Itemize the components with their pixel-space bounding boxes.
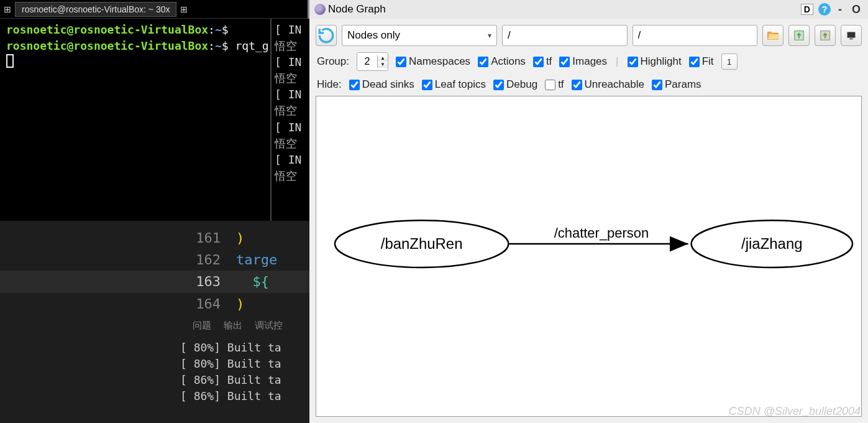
debug-checkbox[interactable]: Debug [493,78,537,91]
log-line: [ IN [275,119,309,136]
titlebar[interactable]: Node Graph D ? - O [309,0,868,19]
minimize-button[interactable]: - [836,3,844,16]
terminal-body[interactable]: rosnoetic@rosnoetic-VirtualBox:~$ rosnoe… [0,19,308,75]
dock-button[interactable]: D [801,4,813,15]
filter-row-2: Hide: Dead sinks Leaf topics Debug tf Un… [309,76,868,96]
checkbox[interactable] [652,80,662,90]
checkbox[interactable] [559,57,570,67]
checkbox[interactable] [628,57,638,67]
restore-button[interactable]: O [849,3,863,16]
hide-tf-checkbox[interactable]: tf [545,78,564,91]
unreachable-checkbox[interactable]: Unreachable [572,78,644,91]
checkbox[interactable] [493,80,504,90]
panel-tab-output[interactable]: 输出 [224,320,242,332]
spinner-up[interactable]: ▲ [378,55,388,62]
namespaces-checkbox[interactable]: Namespaces [396,55,470,68]
log-line: 悟空 [275,38,309,54]
params-checkbox[interactable]: Params [652,78,701,91]
editor-line[interactable]: 164 ) [0,293,309,315]
help-icon[interactable]: ? [818,3,831,16]
filter-row-1: Group: ▲ ▼ Namespaces Actions tf Images … [309,50,868,76]
highlight-checkbox[interactable]: Highlight [628,55,682,68]
editor-line[interactable]: 161 ) [0,227,309,249]
checkbox[interactable] [572,80,582,90]
line-number: 162 [0,249,236,271]
tf-checkbox[interactable]: tf [533,55,552,68]
checkbox-label: Unreachable [585,78,644,91]
checkbox[interactable] [349,80,360,90]
svg-rect-2 [847,32,856,38]
filter-input-1[interactable] [502,25,628,46]
view-mode-select[interactable]: Nodes only [342,25,497,46]
save-button[interactable] [788,25,810,46]
log-line: 悟空 [275,136,309,152]
left-panel: ⊞ rosnoetic@rosnoetic-VirtualBox: ~ 30x … [0,0,309,423]
save-icon [792,29,806,42]
split-left-icon[interactable]: ⊞ [0,2,15,17]
editor-line[interactable]: 163 ${ [0,271,309,292]
save-image-button[interactable] [815,25,836,46]
deadsinks-checkbox[interactable]: Dead sinks [349,78,414,91]
line-number: 164 [0,293,236,315]
checkbox[interactable] [396,57,406,67]
group-spinner[interactable]: ▲ ▼ [357,52,388,71]
line-number: 163 [0,271,236,292]
zoom-reset-button[interactable]: 1 [721,53,738,70]
editor-lines: 161 ) 162 targe 163 ${ 164 ) [0,221,309,315]
editor-panel-tabs: 问题 输出 调试控 [0,315,309,337]
prompt-colon: : [208,23,215,36]
checkbox-label: Fit [702,55,714,68]
terminal-tab[interactable]: rosnoetic@rosnoetic-VirtualBox: ~ 30x [15,2,176,17]
group-value[interactable] [357,53,377,70]
svg-rect-3 [849,39,853,40]
terminal-tab-bar: ⊞ rosnoetic@rosnoetic-VirtualBox: ~ 30x … [0,0,308,19]
select-value: Nodes only [347,29,400,42]
graph-node-label: /jiaZhang [741,235,802,252]
line-number: 161 [0,227,236,249]
checkbox-label: Images [572,55,607,68]
log-line: [ IN [275,22,309,38]
prompt-path: ~ [215,39,222,52]
panel-tab-problems[interactable]: 问题 [193,320,211,332]
build-output[interactable]: [ 80%] Built ta [ 80%] Built ta [ 86%] B… [0,337,309,404]
spinner-down[interactable]: ▼ [378,62,388,68]
window-title: Node Graph [328,3,801,16]
build-line: [ 80%] Built ta [180,356,309,372]
checkbox-label: Highlight [641,55,682,68]
graph-canvas[interactable]: /banZhuRen /jiaZhang /chatter_person [316,96,862,417]
checkbox[interactable] [689,57,700,67]
prompt-dollar: $ [222,23,229,36]
fit-checkbox[interactable]: Fit [689,55,714,68]
actions-checkbox[interactable]: Actions [478,55,526,68]
checkbox-label: tf [546,55,552,68]
build-line: [ 86%] Built ta [180,372,309,388]
filter-input-2[interactable] [633,25,758,46]
terminal-pane[interactable]: ⊞ rosnoetic@rosnoetic-VirtualBox: ~ 30x … [0,0,309,221]
images-checkbox[interactable]: Images [559,55,607,68]
checkbox[interactable] [545,80,555,90]
checkbox[interactable] [478,57,488,67]
refresh-button[interactable] [316,25,337,46]
log-line: 悟空 [275,103,309,119]
prompt-colon: : [208,39,215,52]
checkbox[interactable] [533,57,544,67]
log-line: [ IN [275,152,309,168]
log-line: [ IN [275,54,309,70]
checkbox[interactable] [422,80,432,90]
fullscreen-button[interactable] [841,25,862,46]
leaftopics-checkbox[interactable]: Leaf topics [422,78,486,91]
hide-label: Hide: [317,78,342,91]
panel-tab-debug[interactable]: 调试控 [255,320,283,332]
editor-line[interactable]: 162 targe [0,249,309,271]
log-line: 悟空 [275,70,309,86]
checkbox-label: Actions [491,55,526,68]
code-token: ) [236,293,244,315]
spinner-buttons: ▲ ▼ [377,55,388,68]
code-token: ${ [236,271,269,292]
code-editor[interactable]: 161 ) 162 targe 163 ${ 164 ) 问题 输出 调试控 [… [0,221,309,423]
checkbox-label: Dead sinks [362,78,414,91]
split-right-icon[interactable]: ⊞ [176,2,191,17]
image-save-icon [818,29,832,42]
open-button[interactable] [762,25,783,46]
code-token: ) [236,227,244,249]
